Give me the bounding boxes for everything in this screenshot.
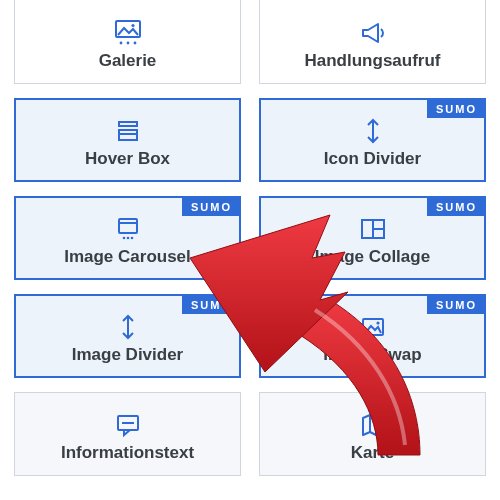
tile-image-collage[interactable]: SUMO Image Collage <box>259 196 486 280</box>
infotext-icon <box>114 411 142 439</box>
collage-icon <box>358 215 388 243</box>
tile-hover-box[interactable]: Hover Box <box>14 98 241 182</box>
svg-rect-5 <box>119 122 137 126</box>
tile-icon-divider[interactable]: SUMO Icon Divider <box>259 98 486 182</box>
svg-point-13 <box>130 237 133 240</box>
svg-point-1 <box>131 23 134 26</box>
divider-icon <box>360 117 386 145</box>
tile-galerie[interactable]: Galerie <box>14 0 241 84</box>
sumo-badge: SUMO <box>427 296 484 314</box>
svg-point-2 <box>119 41 122 44</box>
hoverbox-icon <box>113 117 143 145</box>
sumo-badge: SUMO <box>427 100 484 118</box>
tile-label: Image Carousel <box>64 247 191 267</box>
map-icon <box>359 411 387 439</box>
tile-handlungsaufruf[interactable]: Handlungsaufruf <box>259 0 486 84</box>
sumo-badge: SUMO <box>182 296 239 314</box>
imageswap-icon <box>358 313 388 341</box>
svg-rect-9 <box>119 219 137 233</box>
svg-point-19 <box>376 321 379 324</box>
tile-image-swap[interactable]: SUMO Image Swap <box>259 294 486 378</box>
tile-label: Informationstext <box>61 443 194 463</box>
svg-point-11 <box>122 237 125 240</box>
tile-label: Icon Divider <box>324 149 421 169</box>
tile-image-carousel[interactable]: SUMO Image Carousel <box>14 196 241 280</box>
tile-karte[interactable]: Karte <box>259 392 486 476</box>
tile-label: Hover Box <box>85 149 170 169</box>
tile-label: Handlungsaufruf <box>305 51 441 71</box>
tile-label: Galerie <box>99 51 157 71</box>
sumo-badge: SUMO <box>182 198 239 216</box>
tile-label: Karte <box>351 443 394 463</box>
tile-informationstext[interactable]: Informationstext <box>14 392 241 476</box>
tile-image-divider[interactable]: SUMO Image Divider <box>14 294 241 378</box>
tile-label: Image Divider <box>72 345 184 365</box>
tile-label: Image Swap <box>323 345 421 365</box>
svg-point-3 <box>126 41 129 44</box>
carousel-icon <box>113 215 143 243</box>
sumo-badge: SUMO <box>427 198 484 216</box>
svg-point-4 <box>133 41 136 44</box>
tile-label: Image Collage <box>315 247 430 267</box>
svg-point-12 <box>126 237 129 240</box>
module-grid: Galerie Handlungsaufruf Hover Box SUMO <box>14 0 486 476</box>
megaphone-icon <box>358 19 388 47</box>
divider-icon <box>115 313 141 341</box>
gallery-icon <box>113 19 143 47</box>
